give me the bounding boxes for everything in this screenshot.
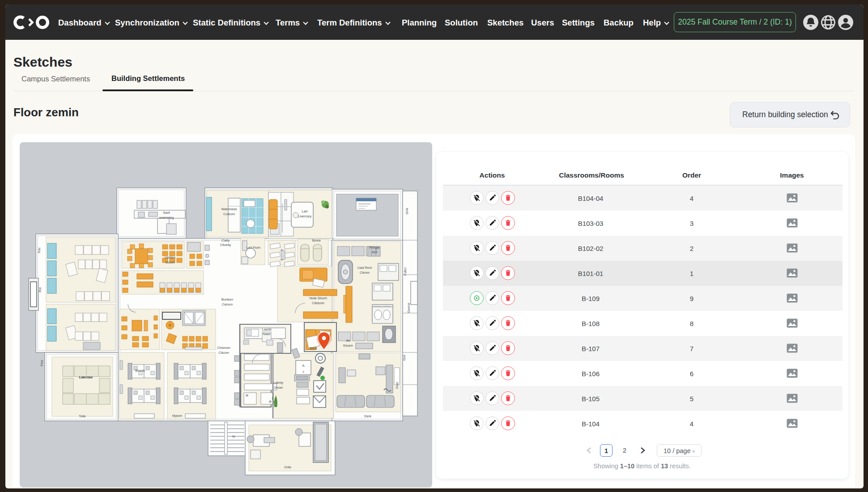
svg-text:Fufen: Fufen xyxy=(404,267,407,276)
svg-text:Citcom: Citcom xyxy=(218,351,229,355)
svg-text:Dominl: Dominl xyxy=(407,303,410,313)
svg-text:Girlk: Girlk xyxy=(405,208,408,214)
svg-text:Lasrtd: Lasrtd xyxy=(262,327,272,331)
svg-text:Carson: Carson xyxy=(222,302,233,306)
svg-text:Nasir: Nasir xyxy=(263,332,271,336)
svg-text:Citesom: Citesom xyxy=(312,301,324,305)
svg-text:Sloom: Sloom xyxy=(165,260,174,264)
svg-text:Burteen: Burteen xyxy=(221,297,233,301)
svg-text:Tolo: Tolo xyxy=(38,247,41,253)
svg-text:Orlie: Orlie xyxy=(284,465,291,469)
svg-text:Laknly: Laknly xyxy=(273,381,283,385)
svg-text:Eeoen: Eeoen xyxy=(343,344,353,348)
svg-text:Clally: Clally xyxy=(221,238,230,242)
svg-text:Ia: Ia xyxy=(232,435,235,438)
svg-text:Uerlien: Uerlien xyxy=(165,255,175,259)
svg-text:y: y xyxy=(302,370,304,373)
svg-text:Acil: Acil xyxy=(372,250,377,254)
svg-text:Beoil: Beoil xyxy=(310,346,317,350)
svg-text:Livercary: Livercary xyxy=(298,214,312,218)
svg-text:Laterstor: Laterstor xyxy=(79,375,93,379)
svg-text:Pringer: Pringer xyxy=(369,246,380,250)
svg-text:Air: Air xyxy=(346,339,350,343)
svg-text:Walnmees: Walnmees xyxy=(221,207,237,211)
svg-text:Lart: Lart xyxy=(302,209,308,213)
svg-text:Lad Fiom: Lad Fiom xyxy=(246,246,260,250)
svg-text:Llad Ronl: Llad Ronl xyxy=(357,266,372,270)
svg-text:Chisnom: Chisnom xyxy=(217,346,230,350)
svg-text:Tolle: Tolle xyxy=(79,414,85,418)
svg-text:Find: Find xyxy=(396,382,399,389)
svg-text:Mylom: Mylom xyxy=(172,414,182,418)
svg-text:Oeoer: Oeoer xyxy=(274,386,283,390)
svg-text:Fhnl: Fhnl xyxy=(40,360,43,366)
svg-text:Citrom: Citrom xyxy=(360,271,370,275)
svg-text:Ginl: Ginl xyxy=(403,355,406,361)
svg-text:Sarit: Sarit xyxy=(163,211,170,215)
svg-text:Derk: Derk xyxy=(364,414,371,418)
svg-text:Coleom: Coleom xyxy=(223,212,235,216)
svg-text:A: A xyxy=(302,364,305,368)
svg-text:Rnl: Rnl xyxy=(38,287,42,292)
svg-text:Veak Sloom: Veak Sloom xyxy=(309,296,327,300)
svg-text:Borea: Borea xyxy=(312,239,321,242)
svg-text:wremeleg: wremeleg xyxy=(159,216,174,220)
svg-text:Citvetly: Citvetly xyxy=(220,243,231,247)
svg-text:Bronle: Bronle xyxy=(135,369,145,373)
